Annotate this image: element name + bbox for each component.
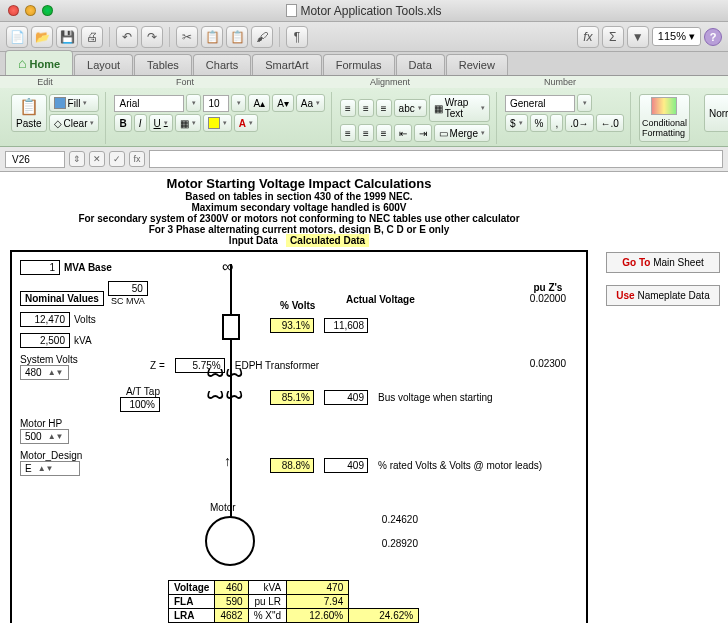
use-nameplate-data-button[interactable]: Use Nameplate Data xyxy=(606,285,720,306)
tab-formulas[interactable]: Formulas xyxy=(323,54,395,75)
titlebar: Motor Application Tools.xls xyxy=(0,0,728,22)
dec-decimal-icon[interactable]: ←.0 xyxy=(596,114,624,132)
align-right-icon[interactable]: ≡ xyxy=(376,124,392,142)
nominal-label: Nominal Values xyxy=(20,291,104,306)
format-painter-icon[interactable]: 🖌 xyxy=(251,26,273,48)
align-center-icon[interactable]: ≡ xyxy=(358,124,374,142)
number-format-dd[interactable]: ▾ xyxy=(577,94,592,112)
worksheet[interactable]: Motor Starting Voltage Impact Calculatio… xyxy=(0,172,598,623)
help-icon[interactable]: ? xyxy=(704,28,722,46)
formula-input[interactable] xyxy=(149,150,723,168)
merge-button[interactable]: ▭ Merge▾ xyxy=(434,124,490,142)
print-icon[interactable]: 🖨 xyxy=(81,26,103,48)
align-middle-icon[interactable]: ≡ xyxy=(358,99,374,117)
tap-label: A/T Tap xyxy=(20,386,160,397)
puz-2: 0.02300 xyxy=(530,358,566,369)
font-color-button[interactable]: A▾ xyxy=(234,114,258,132)
bus-voltage-text: Bus voltage when starting xyxy=(378,392,493,403)
confirm-icon[interactable]: ✓ xyxy=(109,151,125,167)
currency-icon[interactable]: $▾ xyxy=(505,114,528,132)
tab-tables[interactable]: Tables xyxy=(134,54,192,75)
font-size-dd[interactable]: ▾ xyxy=(231,94,246,112)
scmva-input[interactable]: 50 xyxy=(108,281,148,296)
shrink-font-icon[interactable]: A▾ xyxy=(272,94,294,112)
legend-row: Input Data Calculated Data xyxy=(10,235,588,246)
kva-input[interactable]: 2,500 xyxy=(20,333,70,348)
fill-color-icon xyxy=(54,97,66,109)
sort-icon[interactable]: Σ xyxy=(602,26,624,48)
subtitle-1: Based on tables in section 430 of the 19… xyxy=(10,191,588,202)
paste-icon[interactable]: 📋 xyxy=(226,26,248,48)
actual-v-1: 11,608 xyxy=(324,318,368,333)
window-title: Motor Application Tools.xls xyxy=(0,4,728,18)
mva-base-label: MVA Base xyxy=(64,262,112,273)
border-button[interactable]: ▦▾ xyxy=(175,114,201,132)
copy-icon[interactable]: 📋 xyxy=(201,26,223,48)
tab-smartart[interactable]: SmartArt xyxy=(252,54,321,75)
number-format-select[interactable] xyxy=(505,95,575,112)
underline-button[interactable]: U▾ xyxy=(149,114,173,132)
volts-input[interactable]: 12,470 xyxy=(20,312,70,327)
system-volts-select[interactable]: 480▲▼ xyxy=(20,365,69,380)
indent-inc-icon[interactable]: ⇥ xyxy=(414,124,432,142)
fill-button[interactable]: Fill▾ xyxy=(49,94,100,112)
redo-icon[interactable]: ↷ xyxy=(141,26,163,48)
open-icon[interactable]: 📂 xyxy=(31,26,53,48)
paste-button[interactable]: 📋Paste xyxy=(11,94,47,132)
tab-data[interactable]: Data xyxy=(396,54,445,75)
bucket-icon xyxy=(208,117,220,129)
motor-design-select[interactable]: E▲▼ xyxy=(20,461,80,476)
tab-review[interactable]: Review xyxy=(446,54,508,75)
impedance-box-icon xyxy=(222,314,240,340)
percent-icon[interactable]: % xyxy=(530,114,549,132)
motor-hp-select[interactable]: 500▲▼ xyxy=(20,429,69,444)
font-size-input[interactable] xyxy=(203,95,229,112)
page-title: Motor Starting Voltage Impact Calculatio… xyxy=(10,176,588,191)
grow-font-icon[interactable]: A▴ xyxy=(248,94,270,112)
goto-main-sheet-button[interactable]: Go To Main Sheet xyxy=(606,252,720,273)
group-number-label: Number xyxy=(495,77,625,87)
orientation-icon[interactable]: abc▾ xyxy=(394,99,427,117)
bold-button[interactable]: B xyxy=(114,114,131,132)
kva-label: kVA xyxy=(74,335,92,346)
clear-format-icon[interactable]: Aa▾ xyxy=(296,94,325,112)
normal-style-button[interactable]: Norr xyxy=(704,94,728,132)
new-icon[interactable]: 📄 xyxy=(6,26,28,48)
wrap-text-button[interactable]: ▦ Wrap Text▾ xyxy=(429,94,490,122)
arrow-up-icon: ↑ xyxy=(224,453,231,469)
tab-charts[interactable]: Charts xyxy=(193,54,251,75)
name-box[interactable] xyxy=(5,151,65,168)
pct-volts-3: 88.8% xyxy=(270,458,314,473)
mva-base-input[interactable]: 1 xyxy=(20,260,60,275)
comma-icon[interactable]: , xyxy=(550,114,563,132)
indent-dec-icon[interactable]: ⇤ xyxy=(394,124,412,142)
fill-color-button[interactable]: ▾ xyxy=(203,114,232,132)
align-top-icon[interactable]: ≡ xyxy=(340,99,356,117)
show-hide-icon[interactable]: ¶ xyxy=(286,26,308,48)
rated-volts-text: % rated Volts & Volts @ motor leads) xyxy=(378,460,542,471)
fx-icon[interactable]: fx xyxy=(129,151,145,167)
undo-icon[interactable]: ↶ xyxy=(116,26,138,48)
puz-1: 0.02000 xyxy=(530,293,566,304)
tab-home[interactable]: Home xyxy=(5,50,73,75)
align-left-icon[interactable]: ≡ xyxy=(340,124,356,142)
tap-input[interactable]: 100% xyxy=(120,397,160,412)
filter-icon[interactable]: ▼ xyxy=(627,26,649,48)
save-icon[interactable]: 💾 xyxy=(56,26,78,48)
autosum-icon[interactable]: fx xyxy=(577,26,599,48)
tab-layout[interactable]: Layout xyxy=(74,54,133,75)
z-input[interactable]: 5.75% xyxy=(175,358,225,373)
updown-icon[interactable]: ⇕ xyxy=(69,151,85,167)
cancel-icon[interactable]: ✕ xyxy=(89,151,105,167)
italic-button[interactable]: I xyxy=(134,114,147,132)
inc-decimal-icon[interactable]: .0→ xyxy=(565,114,593,132)
clear-button[interactable]: ◇ Clear▾ xyxy=(49,114,100,132)
align-bottom-icon[interactable]: ≡ xyxy=(376,99,392,117)
volts-label: Volts xyxy=(74,314,96,325)
group-alignment-label: Alignment xyxy=(285,77,495,87)
font-name-input[interactable] xyxy=(114,95,184,112)
font-name-dd[interactable]: ▾ xyxy=(186,94,201,112)
conditional-formatting-button[interactable]: Conditional Formatting xyxy=(639,94,690,142)
zoom-select[interactable]: 115% ▾ xyxy=(652,27,701,46)
cut-icon[interactable]: ✂ xyxy=(176,26,198,48)
